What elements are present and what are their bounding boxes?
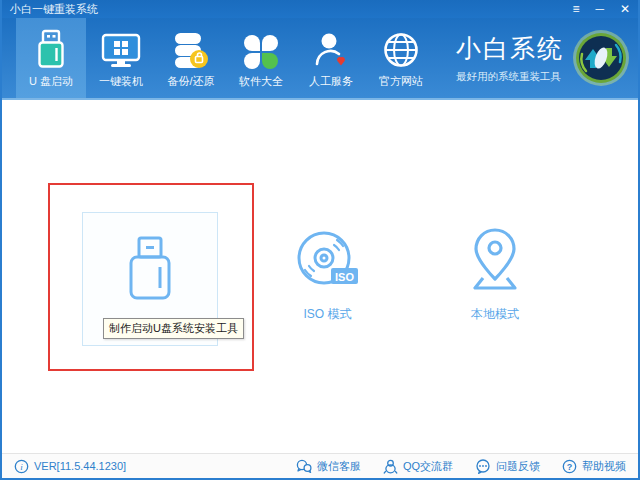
close-icon[interactable]: ✕ xyxy=(620,1,630,17)
titlebar: 小白一键重装系统 ≡ ─ ✕ xyxy=(2,0,638,18)
monitor-windows-icon xyxy=(101,27,141,69)
nav-label: 一键装机 xyxy=(99,74,143,89)
brand-tagline: 最好用的系统重装工具 xyxy=(456,70,564,84)
iso-badge-text: ISO xyxy=(335,271,354,283)
local-mode-label: 本地模式 xyxy=(471,306,519,323)
nav-label: U 盘启动 xyxy=(29,74,73,89)
nav-item-software-collection[interactable]: 软件大全 xyxy=(226,18,296,98)
feedback-bubble-icon xyxy=(475,459,491,474)
nav-label: 官方网站 xyxy=(379,74,423,89)
wechat-icon xyxy=(296,459,312,474)
nav-item-one-key-install[interactable]: 一键装机 xyxy=(86,18,156,98)
usb-mode-icon xyxy=(122,235,178,305)
footer-link-help-video[interactable]: ? 帮助视频 xyxy=(562,459,626,474)
local-mode-icon xyxy=(463,226,527,296)
svg-text:?: ? xyxy=(567,461,573,471)
version-info[interactable]: i VER[11.5.44.1230] xyxy=(14,459,126,474)
iso-mode-icon: ISO xyxy=(296,230,360,296)
toolbar: U 盘启动 一键装机 xyxy=(2,18,638,100)
footer-links: 微信客服 QQ交流群 问题反馈 xyxy=(296,459,626,474)
qq-penguin-icon xyxy=(383,459,398,474)
database-backup-icon xyxy=(172,27,210,69)
nav-item-backup-restore[interactable]: 备份/还原 xyxy=(156,18,226,98)
footer-link-qq[interactable]: QQ交流群 xyxy=(383,459,453,474)
help-icon: ? xyxy=(562,459,577,474)
menu-icon[interactable]: ≡ xyxy=(572,1,579,17)
footer-link-label: QQ交流群 xyxy=(403,459,453,474)
nav-label: 备份/还原 xyxy=(167,74,214,89)
footer-link-wechat[interactable]: 微信客服 xyxy=(296,459,361,474)
window-title: 小白一键重装系统 xyxy=(10,2,98,17)
minimize-icon[interactable]: ─ xyxy=(595,1,604,17)
nav-item-official-website[interactable]: 官方网站 xyxy=(366,18,436,98)
globe-icon xyxy=(382,27,420,69)
iso-mode-label: ISO 模式 xyxy=(303,306,351,323)
svg-text:i: i xyxy=(20,462,23,472)
nav-label: 软件大全 xyxy=(239,74,283,89)
footer-link-label: 问题反馈 xyxy=(496,459,540,474)
nav-label: 人工服务 xyxy=(309,74,353,89)
window-controls: ≡ ─ ✕ xyxy=(572,1,630,17)
person-heart-icon xyxy=(312,27,350,69)
footer-link-label: 帮助视频 xyxy=(582,459,626,474)
usb-mode-tooltip: 制作启动U盘系统安装工具 xyxy=(103,318,244,339)
footer-link-label: 微信客服 xyxy=(317,459,361,474)
main-content: U 盘模式 ISO ISO 模式 xyxy=(2,100,638,453)
footer-link-feedback[interactable]: 问题反馈 xyxy=(475,459,540,474)
brand-block: 小白系统 最好用的系统重装工具 xyxy=(456,18,564,98)
clover-apps-icon xyxy=(244,27,278,69)
brand-logo-icon xyxy=(572,18,630,98)
mode-item-iso[interactable]: ISO ISO 模式 xyxy=(285,230,370,323)
version-text: VER[11.5.44.1230] xyxy=(34,460,126,472)
usb-drive-icon xyxy=(35,27,67,69)
mode-item-local[interactable]: 本地模式 xyxy=(452,226,538,323)
nav-item-usb-boot[interactable]: U 盘启动 xyxy=(16,18,86,98)
brand-name: 小白系统 xyxy=(456,32,564,65)
statusbar: i VER[11.5.44.1230] 微信客服 Q xyxy=(2,453,638,478)
app-window: 小白一键重装系统 ≡ ─ ✕ U 盘启动 xyxy=(0,0,640,480)
nav-item-manual-service[interactable]: 人工服务 xyxy=(296,18,366,98)
info-icon: i xyxy=(14,459,29,474)
